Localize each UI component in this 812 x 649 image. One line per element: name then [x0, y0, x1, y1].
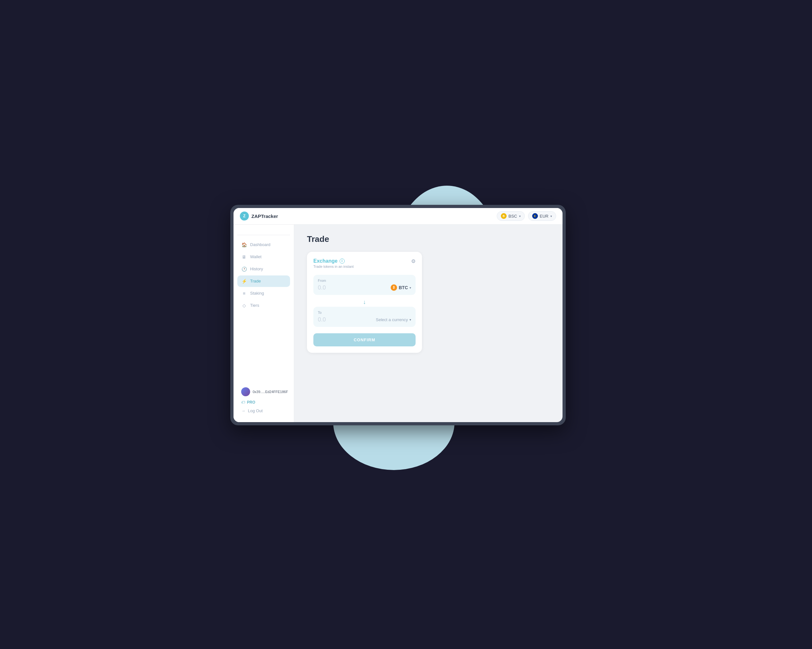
logout-button[interactable]: → Log Out	[237, 406, 290, 416]
staking-icon: ≡	[241, 291, 247, 296]
bsc-icon: B	[501, 213, 507, 219]
exchange-header: Exchange i Trade tokens in an instant ⚙	[313, 258, 415, 269]
currency-selector[interactable]: € EUR ▾	[528, 211, 556, 221]
to-currency-selector[interactable]: Select a currency ▾	[376, 317, 411, 322]
tiers-icon: ◇	[241, 303, 247, 308]
from-field-group: From ₿ BTC ▾	[313, 275, 415, 295]
from-currency-chevron: ▾	[409, 286, 411, 290]
from-currency-selector[interactable]: ₿ BTC ▾	[391, 284, 411, 291]
pro-badge: 🏷 PRO	[237, 399, 290, 406]
from-currency-name: BTC	[398, 285, 408, 290]
currency-label: EUR	[540, 214, 548, 218]
to-field-row: Select a currency ▾	[318, 316, 411, 323]
sidebar: 🏠 Dashboard 🖥 Wallet 🕐 History	[234, 224, 294, 422]
exchange-title-area: Exchange i Trade tokens in an instant	[313, 258, 354, 269]
sidebar-item-label: Trade	[250, 279, 261, 283]
sidebar-item-tiers[interactable]: ◇ Tiers	[237, 300, 290, 311]
sidebar-item-staking[interactable]: ≡ Staking	[237, 288, 290, 299]
from-value-input[interactable]	[318, 284, 343, 291]
main-layout: 🏠 Dashboard 🖥 Wallet 🕐 History	[234, 224, 563, 422]
to-label: To	[318, 311, 411, 315]
content-area: Trade Exchange i Trade tokens in an inst…	[294, 224, 563, 422]
network-label: BSC	[508, 214, 517, 218]
laptop-frame: Z ZAPTracker B BSC ▾ € EUR ▾	[230, 205, 566, 425]
swap-arrow[interactable]: ↓	[313, 298, 415, 307]
sidebar-item-dashboard[interactable]: 🏠 Dashboard	[237, 239, 290, 250]
settings-icon[interactable]: ⚙	[411, 258, 415, 264]
btc-icon: ₿	[391, 284, 397, 291]
sidebar-item-history[interactable]: 🕐 History	[237, 263, 290, 275]
sidebar-item-label: Staking	[250, 291, 264, 296]
trade-icon: ⚡	[241, 279, 247, 284]
logo-area: Z ZAPTracker	[240, 212, 278, 220]
logo-icon: Z	[240, 212, 249, 220]
sidebar-item-label: Wallet	[250, 254, 262, 259]
confirm-button[interactable]: CONFIRM	[313, 333, 415, 347]
to-field-group: To Select a currency ▾	[313, 307, 415, 327]
pro-label: PRO	[247, 400, 255, 405]
user-info: 0x39.....Ed24FFE186F	[237, 385, 290, 399]
user-avatar	[241, 387, 250, 396]
user-address: 0x39.....Ed24FFE186F	[253, 390, 288, 394]
logout-icon: →	[241, 408, 245, 413]
sidebar-item-wallet[interactable]: 🖥 Wallet	[237, 251, 290, 263]
info-icon[interactable]: i	[340, 258, 345, 264]
wallet-icon: 🖥	[241, 254, 247, 260]
logo-text: ZAPTracker	[251, 214, 278, 219]
sidebar-item-label: Tiers	[250, 303, 259, 308]
logout-label: Log Out	[248, 408, 263, 413]
to-value-input[interactable]	[318, 316, 343, 323]
sidebar-item-trade[interactable]: ⚡ Trade	[237, 275, 290, 287]
history-icon: 🕐	[241, 267, 247, 272]
currency-chevron: ▾	[550, 214, 552, 218]
network-selector[interactable]: B BSC ▾	[497, 211, 525, 221]
dashboard-icon: 🏠	[241, 242, 247, 247]
exchange-title: Exchange i	[313, 258, 354, 264]
pro-icon: 🏷	[241, 400, 245, 405]
from-field-row: ₿ BTC ▾	[318, 284, 411, 291]
to-currency-chevron: ▾	[409, 318, 411, 321]
sidebar-nav: 🏠 Dashboard 🖥 Wallet 🕐 History	[234, 239, 294, 311]
sidebar-item-label: History	[250, 267, 263, 271]
exchange-subtitle: Trade tokens in an instant	[313, 264, 354, 269]
top-bar: Z ZAPTracker B BSC ▾ € EUR ▾	[234, 208, 563, 224]
page-title: Trade	[307, 234, 550, 244]
exchange-card: Exchange i Trade tokens in an instant ⚙ …	[307, 252, 422, 353]
network-chevron: ▾	[519, 214, 520, 218]
from-label: From	[318, 279, 411, 283]
sidebar-bottom: 0x39.....Ed24FFE186F 🏷 PRO → Log Out	[234, 385, 294, 416]
laptop-screen: Z ZAPTracker B BSC ▾ € EUR ▾	[234, 208, 563, 422]
top-bar-right: B BSC ▾ € EUR ▾	[497, 211, 556, 221]
to-currency-placeholder: Select a currency	[376, 317, 408, 322]
sidebar-item-label: Dashboard	[250, 242, 270, 247]
eur-icon: €	[532, 213, 538, 219]
